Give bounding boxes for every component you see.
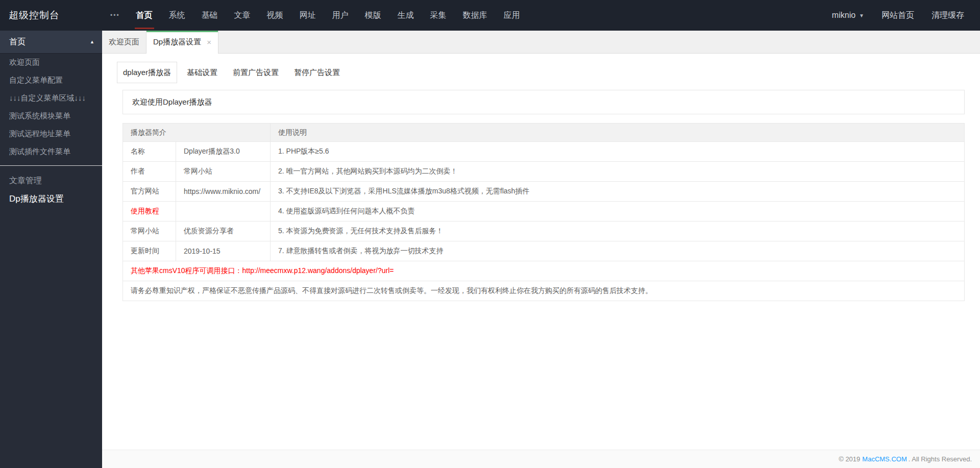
row-note-cell: 2. 唯一官方网站，其他网站购买到本源码均为二次倒卖！ [271, 162, 965, 182]
table-row: 官方网站https://www.miknio.com/3. 不支持IE8及以下浏… [123, 182, 965, 202]
main-area: 欢迎页面Dp播放器设置× dplayer播放器基础设置前置广告设置暂停广告设置 … [102, 31, 980, 468]
row-note-cell: 3. 不支持IE8及以下浏览器，采用HLS流媒体播放m3u8格式视频，无需fla… [271, 182, 965, 202]
row-label-cell: 作者 [123, 162, 176, 182]
workspace-tab-label: Dp播放器设置 [153, 37, 201, 47]
footer-copyright-suffix: . All Rights Reserved. [909, 455, 972, 463]
workspace-tab-bar: 欢迎页面Dp播放器设置× [102, 31, 980, 54]
sidebar: 首页▲欢迎页面自定义菜单配置↓↓↓自定义菜单区域↓↓↓测试系统模块菜单测试远程地… [0, 31, 102, 468]
row-value-cell: 常网小站 [176, 162, 271, 182]
user-name: miknio [832, 11, 855, 20]
admin-console-page: 超级控制台 ••• 首页系统基础文章视频网址用户模版生成采集数据库应用 mikn… [0, 0, 980, 468]
row-label-cell: 官方网站 [123, 182, 176, 202]
workspace-tab[interactable]: 欢迎页面 [102, 31, 146, 53]
api-row-cell: 其他苹果cmsV10程序可调用接口：http://meecmxw.p12.wan… [123, 261, 965, 281]
row-value-cell [176, 202, 271, 221]
sidebar-section-label: 首页 [9, 37, 26, 47]
top-nav-item[interactable]: 用户 [324, 0, 357, 31]
top-nav-item[interactable]: 基础 [193, 0, 226, 31]
table-row: 名称Dplayer播放器3.01. PHP版本≥5.6 [123, 142, 965, 162]
top-action[interactable]: 清理缓存 [923, 0, 973, 31]
footer-maccms-link[interactable]: MacCMS.COM [862, 455, 906, 463]
sidebar-section-label: 文章管理 [9, 176, 42, 186]
sidebar-item[interactable]: ↓↓↓自定义菜单区域↓↓↓ [0, 89, 102, 107]
content-area: dplayer播放器基础设置前置广告设置暂停广告设置 欢迎使用Dplayer播放… [102, 54, 980, 450]
row-label-cell: 名称 [123, 142, 176, 162]
row-label-cell: 常网小站 [123, 221, 176, 241]
top-nav-item[interactable]: 系统 [161, 0, 193, 31]
table-body: 名称Dplayer播放器3.01. PHP版本≥5.6作者常网小站2. 唯一官方… [123, 142, 965, 301]
close-icon[interactable]: × [207, 38, 211, 46]
table-header-row: 播放器简介 使用说明 [123, 124, 965, 142]
caret-down-icon: ▼ [859, 13, 864, 18]
user-menu[interactable]: miknio ▼ [823, 0, 873, 31]
content-tab[interactable]: dplayer播放器 [117, 62, 177, 83]
sidebar-item[interactable]: 欢迎页面 [0, 54, 102, 71]
top-nav-item[interactable]: 文章 [226, 0, 259, 31]
chevron-up-icon: ▲ [90, 39, 94, 44]
top-action[interactable]: 网站首页 [873, 0, 923, 31]
sidebar-section-header[interactable]: 首页▲ [0, 31, 102, 54]
content-tab-strip: dplayer播放器基础设置前置广告设置暂停广告设置 [117, 62, 965, 83]
notice-row-cell: 请务必尊重知识产权，严格保证不恶意传播产品源码、不得直接对源码进行二次转售或倒卖… [123, 281, 965, 301]
top-nav: 首页系统基础文章视频网址用户模版生成采集数据库应用 [128, 0, 528, 31]
content-tab[interactable]: 暂停广告设置 [293, 62, 341, 83]
top-nav-item[interactable]: 首页 [128, 0, 161, 31]
row-label-cell: 更新时间 [123, 241, 176, 261]
content-tab[interactable]: 基础设置 [186, 62, 218, 83]
sidebar-item[interactable]: Dp播放器设置 [0, 190, 102, 208]
top-nav-item[interactable]: 生成 [389, 0, 422, 31]
body-row: 首页▲欢迎页面自定义菜单配置↓↓↓自定义菜单区域↓↓↓测试系统模块菜单测试远程地… [0, 31, 980, 468]
more-icon[interactable]: ••• [102, 0, 128, 31]
sidebar-section-header[interactable]: 文章管理 [0, 172, 102, 190]
table-row: 常网小站优质资源分享者5. 本资源为免费资源，无任何技术支持及售后服务！ [123, 221, 965, 241]
column-header-usage: 使用说明 [271, 124, 965, 142]
table-row: 更新时间2019-10-157. 肆意散播转售或者倒卖，将视为放弃一切技术支持 [123, 241, 965, 261]
top-nav-item[interactable]: 视频 [259, 0, 291, 31]
sidebar-item[interactable]: 自定义菜单配置 [0, 71, 102, 89]
welcome-text: 欢迎使用Dplayer播放器 [132, 97, 212, 107]
top-bar-right: miknio ▼ 网站首页清理缓存 [823, 0, 980, 31]
sidebar-divider [0, 165, 102, 166]
row-value-cell: 优质资源分享者 [176, 221, 271, 241]
top-nav-item[interactable]: 模版 [357, 0, 389, 31]
sidebar-item[interactable]: 测试插件文件菜单 [0, 143, 102, 161]
column-header-intro: 播放器简介 [123, 124, 271, 142]
sidebar-item[interactable]: 测试远程地址菜单 [0, 125, 102, 143]
row-note-cell: 5. 本资源为免费资源，无任何技术支持及售后服务！ [271, 221, 965, 241]
row-value-cell: 2019-10-15 [176, 241, 271, 261]
sidebar-item[interactable]: 测试系统模块菜单 [0, 107, 102, 125]
workspace-tab[interactable]: Dp播放器设置× [146, 31, 218, 54]
row-note-cell: 4. 使用盗版源码遇到任何问题本人概不负责 [271, 202, 965, 221]
notice-row: 请务必尊重知识产权，严格保证不恶意传播产品源码、不得直接对源码进行二次转售或倒卖… [123, 281, 965, 301]
table-row: 使用教程4. 使用盗版源码遇到任何问题本人概不负责 [123, 202, 965, 221]
footer-copyright-prefix: © 2019 [839, 455, 860, 463]
api-row: 其他苹果cmsV10程序可调用接口：http://meecmxw.p12.wan… [123, 261, 965, 281]
row-note-cell: 7. 肆意散播转售或者倒卖，将视为放弃一切技术支持 [271, 241, 965, 261]
top-nav-item[interactable]: 采集 [422, 0, 455, 31]
row-value-cell: https://www.miknio.com/ [176, 182, 271, 202]
footer: © 2019 MacCMS.COM . All Rights Reserved. [102, 450, 980, 468]
player-info-table: 播放器简介 使用说明 名称Dplayer播放器3.01. PHP版本≥5.6作者… [122, 123, 965, 301]
top-nav-item[interactable]: 应用 [496, 0, 528, 31]
top-bar: 超级控制台 ••• 首页系统基础文章视频网址用户模版生成采集数据库应用 mikn… [0, 0, 980, 31]
workspace-tab-label: 欢迎页面 [109, 37, 139, 47]
row-value-cell: Dplayer播放器3.0 [176, 142, 271, 162]
top-nav-item[interactable]: 网址 [291, 0, 324, 31]
table-row: 作者常网小站2. 唯一官方网站，其他网站购买到本源码均为二次倒卖！ [123, 162, 965, 182]
top-nav-item[interactable]: 数据库 [455, 0, 496, 31]
welcome-panel: 欢迎使用Dplayer播放器 [122, 90, 965, 114]
row-label-cell[interactable]: 使用教程 [123, 202, 176, 221]
top-actions: 网站首页清理缓存 [873, 0, 973, 31]
row-note-cell: 1. PHP版本≥5.6 [271, 142, 965, 162]
content-tab[interactable]: 前置广告设置 [232, 62, 280, 83]
app-brand: 超级控制台 [0, 0, 102, 31]
